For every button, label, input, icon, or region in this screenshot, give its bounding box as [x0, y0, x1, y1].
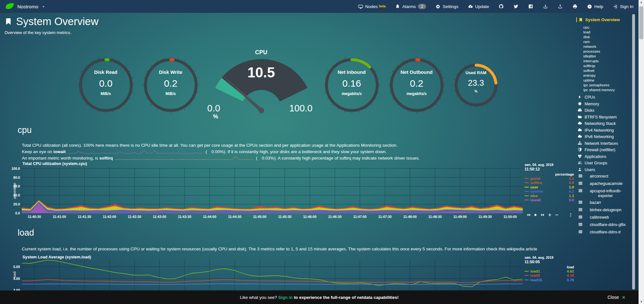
gauge-disk-write[interactable]: Disk Write0.2MiB/s — [142, 53, 200, 117]
close-banner-button[interactable]: Close — [607, 295, 626, 300]
nav-badge: 2 — [418, 4, 426, 9]
grid-icon — [578, 207, 587, 213]
sidebar-item-system-overview[interactable]: System Overview — [576, 17, 633, 22]
gauge-disk-read[interactable]: Disk Read0.0MiB/s — [77, 53, 135, 117]
legend-row-guest[interactable]: guest2.1 — [525, 176, 575, 181]
sidebar-item-cpus[interactable]: CPUs — [576, 95, 633, 100]
x-axis-tick: 11:42:00 — [98, 215, 121, 219]
x-axis-tick: 11:44:30 — [223, 215, 246, 219]
sidebar-subitem-cpu[interactable]: cpu — [583, 25, 633, 30]
sidebar-subitem-ipc-semaphores[interactable]: ipc semaphores — [583, 83, 633, 88]
sidebar-subitem-processes[interactable]: processes — [583, 49, 633, 54]
nav-github[interactable] — [499, 4, 504, 9]
sidebar-item-user-groups[interactable]: User Groups — [576, 161, 633, 166]
sidebar-subitem-softnet[interactable]: softnet — [583, 68, 633, 73]
sidebar-item-network-interfaces[interactable]: Network Interfaces — [576, 141, 633, 146]
sidebar-item-btrfs-filesystem[interactable]: BTRFS filesystem — [576, 115, 633, 120]
nav-print[interactable] — [572, 4, 578, 9]
folder-open-icon — [578, 115, 582, 119]
sidebar-item-apacheguacamole[interactable]: apacheguacamole — [576, 181, 633, 187]
sidebar-item-firewall-netfilter[interactable]: Firewall (netfilter) — [576, 148, 633, 152]
legend-row-system[interactable]: system6.2 — [525, 189, 575, 194]
sidebar-item-binhex-delugevpn[interactable]: binhex-delugevpn — [576, 208, 633, 213]
sidebar-item-users[interactable]: Users — [576, 168, 633, 172]
ring-gauge-dial — [77, 56, 135, 114]
sidebar-subitem-interrupts[interactable]: interrupts — [583, 59, 633, 64]
scroll-up-arrow[interactable]: ▲ — [639, 0, 644, 4]
legend-row-iowait[interactable]: iowait0.0 — [525, 198, 575, 203]
x-axis-tick: 11:43:30 — [173, 215, 196, 219]
scroll-down-arrow[interactable]: ▼ — [639, 300, 644, 304]
nav-twitter[interactable] — [513, 4, 518, 9]
x-axis-tick: 11:48:00 — [399, 215, 421, 219]
sidebar-subitem-idlejitter[interactable]: idlejitter — [583, 54, 633, 59]
caret-down-icon — [41, 4, 46, 9]
legend-swatch — [525, 275, 529, 276]
seek-forward-button[interactable] — [541, 213, 545, 217]
sidebar-item-apcupsd-influxdb-exporter[interactable]: apcupsd-influxdb-exporter — [576, 189, 633, 198]
sidebar-item-ipv4-networking[interactable]: IPv4 Networking — [576, 128, 633, 133]
bolt-icon — [578, 95, 582, 99]
sidebar-subitem-entropy[interactable]: entropy — [583, 73, 633, 78]
sidebar-item-cloudflare-ddns-gflix[interactable]: cloudflare-ddns-gflix — [576, 222, 633, 228]
sidebar-subitem-load[interactable]: load — [583, 30, 633, 35]
gauge-used-ram[interactable]: Used RAM23.3% — [453, 58, 500, 112]
resize-button[interactable] — [569, 213, 573, 217]
legend-row-load5[interactable]: load54.16 — [525, 274, 575, 278]
legend-row-nice[interactable]: nice1.3 — [525, 194, 575, 198]
sidebar-item-calibreweb[interactable]: calibreweb — [576, 215, 633, 221]
users-icon — [578, 161, 582, 165]
gauge-net-inbound[interactable]: Net Inbound0.16megabits/s — [323, 53, 381, 117]
legend-row-load15[interactable]: load153.78 — [525, 278, 575, 282]
sidebar-item-applications[interactable]: Applications — [576, 154, 633, 159]
zoom-out-button[interactable] — [555, 213, 559, 217]
legend-row-softirq[interactable]: softirq0.0 — [525, 181, 575, 185]
hostname-dropdown[interactable]: Nostromo — [5, 2, 46, 11]
cpu-chart: Total CPU utilization (system.cpu) perce… — [0, 161, 576, 223]
nav-help[interactable]: ?Help — [587, 4, 603, 9]
signin-link[interactable]: Sign in — [278, 295, 293, 300]
cpu-chart-title: Total CPU utilization (system.cpu) — [22, 161, 87, 166]
seek-backward-button[interactable] — [527, 213, 531, 217]
sidebar-subitem-ipc-shared-memory[interactable]: ipc shared memory — [583, 88, 633, 92]
sidebar-item-ipv6-networking[interactable]: IPv6 Networking — [576, 135, 633, 139]
nav-nodes[interactable]: Nodesbeta — [358, 4, 386, 9]
sidebar-item-memory[interactable]: Memory — [576, 102, 633, 107]
sidebar-item-bazarr[interactable]: bazarr — [576, 200, 633, 206]
gauges-row: Disk Read0.0MiB/sDisk Write0.2MiB/sCPU10… — [0, 36, 576, 134]
nav-alarms[interactable]: Alarms2 — [395, 4, 426, 9]
gauge-net-outbound[interactable]: Net Outbound0.2megabits/s — [388, 53, 446, 117]
nav-upload[interactable] — [558, 4, 563, 9]
browser-scrollbar[interactable]: ▲ ▼ — [639, 0, 644, 304]
nav-sign-in[interactable]: Sign In — [613, 4, 633, 9]
zoom-in-button[interactable] — [548, 213, 552, 217]
scrollbar-thumb[interactable] — [639, 6, 643, 39]
facebook-icon — [528, 4, 533, 9]
sidebar-subitem-network[interactable]: network — [583, 44, 633, 49]
sidebar-subitem-disk[interactable]: disk — [583, 35, 633, 39]
legend-row-load1[interactable]: load14.62 — [525, 269, 575, 274]
nav-update[interactable]: Update — [468, 4, 489, 9]
sidebar-subitem-softirqs[interactable]: softirqs — [583, 64, 633, 68]
sidebar-subitem-ram[interactable]: ram — [583, 39, 633, 44]
gauge-cpu[interactable]: CPU10.50.0100.0% — [207, 48, 316, 122]
sidebar-scrollbar[interactable] — [632, 14, 635, 290]
nav-facebook[interactable] — [528, 4, 533, 9]
sidebar-item-airconnect[interactable]: airconnect — [576, 174, 633, 179]
sidebar-item-cloudflare-ddns-tr[interactable]: cloudflare-ddns-tr — [576, 230, 633, 235]
cpu-chart-toolbar — [527, 213, 573, 217]
load-chart-plot[interactable] — [22, 259, 523, 291]
nav-settings[interactable]: Settings — [436, 4, 458, 9]
x-axis-tick: 11:45:30 — [274, 215, 296, 219]
legend-row-user[interactable]: user1.0 — [525, 185, 575, 189]
nav-download[interactable] — [543, 4, 548, 9]
play-button[interactable] — [534, 213, 538, 217]
y-axis-tick: 80.0 — [6, 176, 20, 179]
cloud-icon — [578, 128, 582, 132]
hdd-icon — [578, 108, 582, 112]
cpu-chart-plot[interactable] — [22, 168, 523, 213]
sidebar-subitem-uptime[interactable]: uptime — [583, 78, 633, 83]
sidebar-item-disks[interactable]: Disks — [576, 108, 633, 113]
legend-swatch — [525, 178, 529, 179]
sidebar-item-networking-stack[interactable]: Networking Stack — [576, 121, 633, 126]
